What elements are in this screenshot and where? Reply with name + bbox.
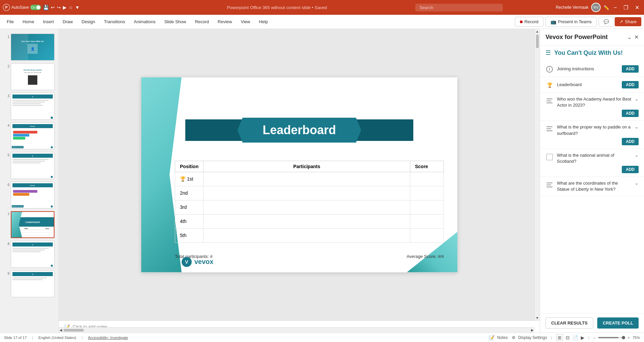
autosave-toggle-btn[interactable]: On — [30, 5, 41, 10]
scroll-down-btn[interactable]: ▼ — [535, 315, 540, 320]
menu-record[interactable]: Record — [191, 17, 213, 26]
zoom-out-icon[interactable]: – — [593, 336, 595, 340]
undo-icon[interactable]: ↩ — [51, 5, 55, 10]
slide-img-8: Q — [11, 241, 54, 268]
horizontal-scrollbar: ◀ ▶ — [59, 327, 534, 333]
reading-view-icon[interactable]: 📄 — [572, 335, 578, 340]
slide-thumb-2[interactable]: 2 Join the Vevox session vevox.app | ID:… — [3, 63, 56, 91]
slide-thumb-9[interactable]: 9 Q — [3, 270, 56, 298]
display-settings-icon[interactable]: ⚙ — [512, 335, 516, 340]
menu-design[interactable]: Design — [78, 17, 99, 26]
slide-thumb-3[interactable]: 3 Q — [3, 92, 56, 120]
slide-num-4: 4 — [3, 122, 9, 127]
normal-view-icon[interactable]: ⊞ — [556, 334, 563, 341]
score-5 — [410, 228, 444, 242]
teams-icon: 📺 — [551, 19, 556, 25]
pen-icon[interactable]: ✏️ — [603, 5, 609, 10]
dropdown-icon[interactable]: ▼ — [75, 5, 80, 10]
question2-expand-button[interactable]: ⌄ — [635, 124, 639, 129]
menu-transitions[interactable]: Transitions — [100, 17, 129, 26]
checkbox-icon — [545, 153, 554, 161]
leaderboard-table: Position Participants Score 🏆 1st — [175, 161, 444, 243]
present-in-teams-button[interactable]: 📺 Present in Teams — [545, 17, 597, 27]
menu-animations[interactable]: Animations — [130, 17, 159, 26]
create-poll-button[interactable]: CREATE POLL — [597, 317, 639, 329]
redo-icon[interactable]: ↪ — [57, 5, 61, 10]
main-area: 1 You Can't Quiz With Us! 👤 2 Join the V… — [0, 29, 644, 333]
display-settings-label[interactable]: Display Settings — [518, 335, 547, 340]
vevox-close-button[interactable]: ✕ — [634, 34, 639, 40]
pos-2nd: 2nd — [175, 186, 203, 200]
present-quick-icon[interactable]: ▶ — [63, 5, 67, 10]
comment-button[interactable]: 💬 — [599, 17, 614, 27]
vevox-header-icons: ⌄ ✕ — [627, 34, 639, 40]
slide-num-6: 6 — [3, 182, 9, 187]
scroll-left-btn[interactable]: ◀ — [59, 328, 63, 333]
slide-thumb-8[interactable]: 8 Q — [3, 240, 56, 268]
slide-thumb-6[interactable]: 6 Results RESULTS SLIDE — [3, 181, 56, 209]
minimize-button[interactable]: – — [612, 4, 619, 11]
hamburger-icon[interactable]: ☰ — [545, 49, 551, 56]
joining-add-button[interactable]: ADD — [622, 65, 639, 73]
zoom-in-icon[interactable]: + — [628, 336, 630, 340]
vevox-nav-title: You Can't Quiz With Us! — [554, 49, 623, 56]
table-row: 4th — [175, 214, 444, 228]
zoom-level[interactable]: 75% — [633, 336, 640, 340]
menu-file[interactable]: File — [3, 17, 18, 26]
banner-main: Leaderboard — [242, 118, 356, 143]
joining-instructions-label: Joining instructions — [557, 66, 594, 72]
scroll-right-btn[interactable]: ▶ — [530, 328, 534, 333]
leaderboard-add-button[interactable]: ADD — [622, 81, 639, 88]
menu-home[interactable]: Home — [18, 17, 38, 26]
menu-help[interactable]: Help — [255, 17, 272, 26]
slide-num-8: 8 — [3, 241, 9, 246]
h-scroll-thumb — [64, 329, 84, 332]
autosave-toggle: P AutoSave On — [3, 4, 41, 11]
zoom-bar[interactable] — [598, 337, 625, 338]
question4-expand-button[interactable]: ⌄ — [635, 180, 639, 186]
slide-thumb-7[interactable]: 7 Leaderboard PosNameScore 1st 2nd 3rd — [3, 211, 56, 239]
star-icon[interactable]: ☆ — [69, 5, 73, 10]
zoom-knob — [622, 336, 625, 339]
score-1 — [410, 172, 444, 186]
slide-thumb-4[interactable]: 4 Results RESULTS SLIDE — [3, 122, 56, 150]
table-row: 3rd — [175, 200, 444, 214]
leaderboard-title: Leaderboard — [263, 123, 336, 137]
scroll-up-btn[interactable]: ▲ — [535, 29, 540, 34]
record-button[interactable]: Record — [515, 17, 543, 27]
question1-add-button[interactable]: ADD — [622, 110, 639, 117]
slide-num-3: 3 — [3, 93, 9, 98]
question2-add-button[interactable]: ADD — [622, 138, 639, 145]
menu-insert[interactable]: Insert — [39, 17, 58, 26]
notes-status-label: Notes — [497, 335, 507, 340]
question1-expand-button[interactable]: ⌄ — [635, 96, 639, 102]
banner-wing-left — [185, 119, 246, 141]
question3-expand-button[interactable]: ⌄ — [635, 152, 639, 158]
present-label: Present in Teams — [558, 19, 592, 24]
close-button[interactable]: ✕ — [633, 4, 641, 11]
title-bar: P AutoSave On 💾 ↩ ↪ ▶ ☆ ▼ Powerpoint Off… — [0, 0, 644, 15]
vevox-collapse-button[interactable]: ⌄ — [627, 34, 632, 40]
vevox-item-question3: What is the national animal of Scotland?… — [540, 149, 644, 177]
save-icon[interactable]: 💾 — [43, 5, 49, 10]
app-icon: P — [3, 4, 10, 11]
slide-thumb-1[interactable]: 1 You Can't Quiz With Us! 👤 — [3, 33, 56, 61]
search-input[interactable] — [415, 4, 503, 11]
question3-add-button[interactable]: ADD — [622, 166, 639, 173]
menu-view[interactable]: View — [237, 17, 254, 26]
scroll-thumb — [536, 35, 539, 48]
accessibility-label[interactable]: Accessibility: Investigate — [88, 336, 128, 340]
restore-button[interactable]: ❐ — [621, 4, 630, 11]
share-button[interactable]: ↗ Share — [615, 17, 641, 26]
menu-slideshow[interactable]: Slide Show — [160, 17, 190, 26]
participants-1 — [203, 172, 410, 186]
notes-status-icon[interactable]: 📝 — [489, 335, 494, 340]
menu-draw[interactable]: Draw — [59, 17, 77, 26]
slide-sorter-icon[interactable]: ⊟ — [566, 335, 570, 340]
slide-thumb-5[interactable]: 5 Q — [3, 151, 56, 180]
slideshow-icon[interactable]: ▶ — [581, 335, 584, 340]
clear-results-button[interactable]: CLEAR RESULTS — [545, 317, 593, 329]
menu-review[interactable]: Review — [214, 17, 236, 26]
question1-label: Who won the Academy Award for Best Actor… — [557, 96, 631, 108]
vevox-item-question2: What is the proper way to paddle on a su… — [540, 121, 644, 149]
